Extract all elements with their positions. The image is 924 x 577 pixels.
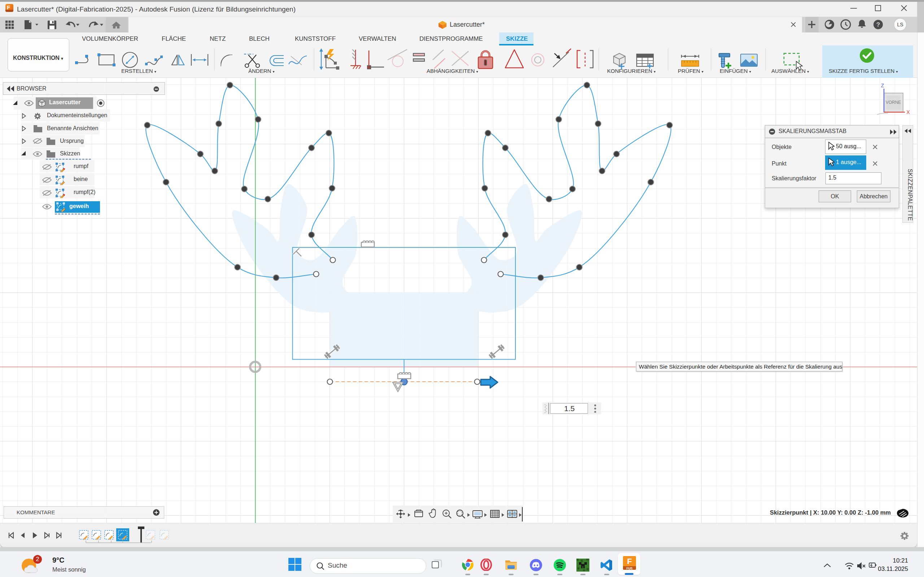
svg-text:VORNE: VORNE <box>886 100 901 105</box>
svg-text:2: 2 <box>36 556 39 562</box>
svg-text:LS: LS <box>897 22 903 27</box>
svg-text:FUS: FUS <box>627 567 633 570</box>
svg-text:F: F <box>627 557 632 566</box>
svg-text:X: X <box>906 109 910 115</box>
svg-text:?: ? <box>876 21 880 28</box>
svg-text:Z: Z <box>881 82 884 89</box>
